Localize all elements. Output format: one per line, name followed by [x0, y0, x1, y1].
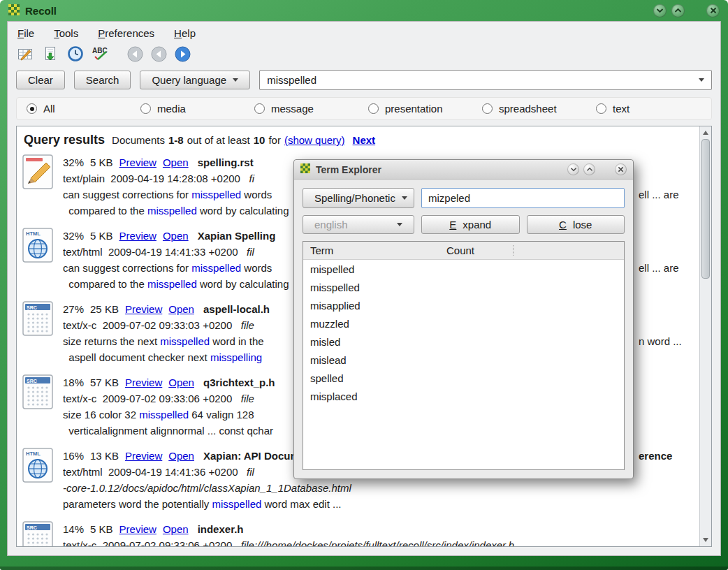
filter-text[interactable]: text — [596, 103, 710, 115]
source-doc-icon: SRC — [22, 374, 53, 439]
dialog-close-action-button[interactable]: Close — [527, 215, 625, 234]
search-input[interactable]: misspelled — [259, 70, 712, 90]
term-row[interactable]: mispelled — [303, 260, 624, 278]
result-item: SRC14%5 KBPreviewOpenindexer.htext/x-c 2… — [17, 517, 711, 547]
term-list: mispelledmisspelledmisappliedmuzzledmisl… — [303, 260, 624, 405]
open-link[interactable]: Open — [163, 521, 189, 537]
expand-button[interactable]: Expand — [421, 215, 520, 234]
result-size: 5 KB — [90, 154, 113, 170]
menu-file[interactable]: File — [17, 27, 34, 39]
results-total: 10 — [254, 134, 265, 146]
show-query-link[interactable]: (show query) — [284, 134, 345, 146]
menubar: FileToolsPreferencesHelp — [8, 22, 720, 42]
chevron-down-icon — [402, 196, 407, 200]
toolbar: ABC — [8, 42, 720, 67]
export-document-icon[interactable] — [41, 45, 59, 63]
term-row[interactable]: mislead — [303, 351, 624, 369]
shade-button[interactable] — [653, 4, 667, 17]
expansion-mode-value: Spelling/Phonetic — [314, 192, 395, 204]
nav-next-icon[interactable] — [174, 45, 191, 62]
source-doc-icon: SRC — [22, 301, 53, 365]
preview-link[interactable]: Preview — [119, 521, 156, 537]
query-language-dropdown[interactable]: Query language — [140, 71, 250, 89]
preview-link[interactable]: Preview — [119, 154, 156, 170]
snippet-line: -core-1.0.12/docs/apidoc/html/classXapia… — [63, 480, 707, 496]
maximize-button[interactable] — [671, 4, 685, 17]
radio-icon — [27, 103, 37, 114]
search-dropdown-icon[interactable] — [699, 78, 704, 82]
term-cell: misplaced — [303, 390, 446, 402]
open-link[interactable]: Open — [168, 301, 194, 317]
preview-link[interactable]: Preview — [125, 301, 162, 317]
column-term[interactable]: Term — [303, 244, 446, 256]
open-link[interactable]: Open — [168, 448, 194, 464]
term-input[interactable]: mizpeled — [421, 188, 625, 208]
term-row[interactable]: spelled — [303, 369, 624, 387]
scroll-up-icon[interactable] — [700, 127, 711, 138]
column-count[interactable]: Count — [446, 244, 474, 256]
open-link[interactable]: Open — [163, 154, 189, 170]
svg-text:SRC: SRC — [27, 379, 37, 383]
preview-link[interactable]: Preview — [119, 228, 156, 244]
result-relevance: 32% — [63, 154, 84, 170]
scroll-down-icon[interactable] — [700, 534, 711, 546]
radio-icon — [368, 103, 379, 114]
search-row: Clear Search Query language misspelled — [8, 67, 720, 96]
term-table-header[interactable]: Term Count — [303, 242, 624, 260]
language-dropdown: english — [303, 215, 414, 234]
term-row[interactable]: misplaced — [303, 387, 624, 405]
chevron-down-icon — [397, 223, 402, 226]
radio-icon — [596, 103, 606, 114]
expansion-mode-dropdown[interactable]: Spelling/Phonetic — [303, 188, 414, 208]
term-row[interactable]: misapplied — [303, 296, 624, 314]
filter-label: All — [43, 103, 55, 115]
preview-link[interactable]: Preview — [125, 374, 162, 390]
nav-back-icon[interactable] — [126, 45, 143, 62]
clear-button[interactable]: Clear — [16, 71, 65, 89]
results-scrollbar[interactable] — [699, 126, 711, 546]
text-doc-icon — [22, 154, 53, 219]
term-row[interactable]: muzzled — [303, 314, 624, 332]
next-page-link[interactable]: Next — [353, 134, 376, 146]
term-row[interactable]: misspelled — [303, 278, 624, 296]
filter-media[interactable]: media — [140, 103, 254, 115]
radio-icon — [254, 103, 265, 114]
term-cell: misapplied — [303, 300, 446, 312]
svg-text:SRC: SRC — [27, 305, 37, 310]
nav-previous-icon[interactable] — [150, 45, 167, 62]
filter-message[interactable]: message — [254, 103, 368, 115]
menu-tools[interactable]: Tools — [54, 27, 78, 39]
filter-label: presentation — [385, 103, 443, 115]
dialog-close-button[interactable] — [615, 163, 627, 175]
search-button[interactable]: Search — [74, 71, 131, 89]
menu-preferences[interactable]: Preferences — [98, 27, 154, 39]
spellcheck-abc-icon[interactable]: ABC — [92, 45, 110, 63]
open-link[interactable]: Open — [163, 228, 189, 244]
filter-presentation[interactable]: presentation — [368, 103, 482, 115]
term-row[interactable]: misled — [303, 332, 624, 351]
dialog-shade-button[interactable] — [567, 163, 579, 175]
open-link[interactable]: Open — [168, 374, 194, 390]
term-cell: spelled — [303, 372, 446, 384]
term-cell: mislead — [303, 354, 446, 366]
scroll-thumb[interactable] — [701, 139, 710, 279]
chevron-down-icon — [233, 78, 238, 82]
close-button[interactable] — [706, 4, 720, 17]
column-divider — [513, 245, 514, 256]
result-title: indexer.h — [198, 521, 244, 537]
filter-all[interactable]: All — [27, 103, 140, 115]
dialog-maximize-button[interactable] — [583, 163, 595, 175]
filter-spreadsheet[interactable]: spreadsheet — [482, 103, 596, 115]
result-title: Xapian: API Docum — [203, 448, 300, 464]
titlebar[interactable]: Recoll — [0, 0, 728, 21]
filter-label: text — [613, 103, 629, 115]
clear-table-icon[interactable] — [16, 45, 34, 63]
preview-link[interactable]: Preview — [125, 448, 162, 464]
result-relevance: 14% — [63, 521, 84, 537]
history-clock-icon[interactable] — [66, 45, 85, 63]
menu-help[interactable]: Help — [174, 27, 196, 39]
dialog-titlebar[interactable]: Term Explorer — [294, 160, 633, 180]
result-size: 5 KB — [90, 521, 113, 537]
recoll-app-icon — [8, 4, 20, 17]
svg-text:SRC: SRC — [27, 525, 37, 530]
